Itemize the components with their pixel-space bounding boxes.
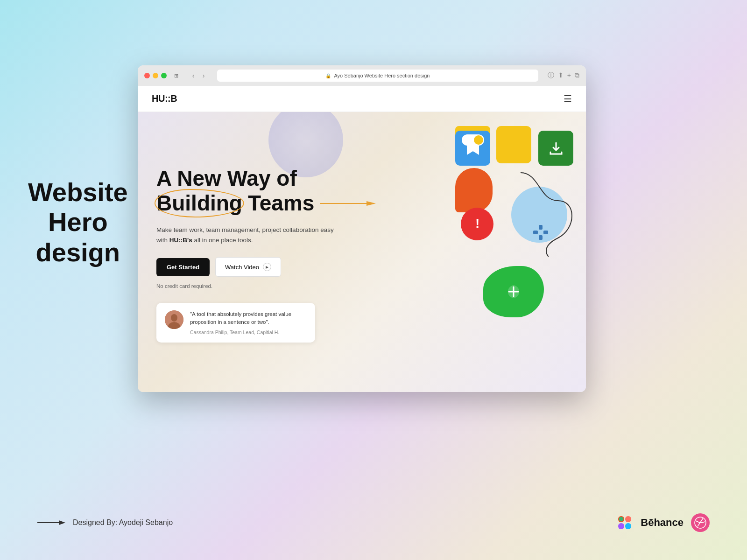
green-blob xyxy=(483,266,544,317)
url-bar[interactable]: 🔒 Ayo Sebanjo Website Hero section desig… xyxy=(217,70,538,82)
footer-arrow xyxy=(37,519,65,526)
dribbble-icon xyxy=(691,513,710,532)
watch-video-button[interactable]: Watch Video ▶ xyxy=(215,257,281,277)
nav-buttons: ‹ › xyxy=(189,71,208,80)
headline-building: Building xyxy=(156,191,242,216)
svg-marker-1 xyxy=(366,201,376,206)
left-label: Website Hero design xyxy=(28,177,128,267)
no-credit-card-text: No credit card required. xyxy=(156,283,381,289)
svg-point-18 xyxy=(619,517,624,522)
url-text: Ayo Sebanjo Website Hero section design xyxy=(334,73,430,78)
hero-desc-end: all in one place tools. xyxy=(192,237,253,244)
figma-icon xyxy=(616,514,633,531)
svg-point-3 xyxy=(171,314,177,322)
headline-line2: Building Teams xyxy=(156,191,381,216)
squiggle-decoration xyxy=(511,163,586,257)
hero-left-content: A New Way of Building Teams Make team wo… xyxy=(156,131,381,378)
testimonial-card: "A tool that absolutely provides great v… xyxy=(156,303,315,343)
site-navbar: HU::B ☰ xyxy=(138,86,586,112)
headline-line1: A New Way of xyxy=(156,166,381,191)
play-icon: ▶ xyxy=(263,263,271,271)
headline-arrow xyxy=(320,199,376,208)
behance-logo: Bēhance xyxy=(641,517,684,529)
left-label-line1: Website xyxy=(28,177,128,207)
testimonial-content: "A tool that absolutely provides great v… xyxy=(190,310,307,335)
svg-text:!: ! xyxy=(475,216,479,231)
testimonial-avatar xyxy=(165,310,183,329)
svg-rect-17 xyxy=(625,523,631,529)
svg-rect-16 xyxy=(618,523,624,529)
orange-shape xyxy=(455,168,493,212)
new-tab-icon[interactable]: + xyxy=(567,71,571,80)
toggle-knob xyxy=(474,135,483,145)
info-icon[interactable]: ⓘ xyxy=(548,71,554,80)
svg-marker-13 xyxy=(59,520,65,525)
share-icon[interactable]: ⬆ xyxy=(558,71,564,80)
site-logo: HU::B xyxy=(152,93,177,104)
footer-area: Designed By: Ayodeji Sebanjo Bēhance xyxy=(0,513,747,532)
lock-icon: 🔒 xyxy=(325,73,331,78)
download-tile xyxy=(538,131,573,166)
browser-chrome: ⊞ ‹ › 🔒 Ayo Sebanjo Website Hero section… xyxy=(138,65,586,86)
browser-window: ⊞ ‹ › 🔒 Ayo Sebanjo Website Hero section… xyxy=(138,65,586,392)
hamburger-menu-icon[interactable]: ☰ xyxy=(564,93,572,105)
hero-headline: A New Way of Building Teams xyxy=(156,166,381,216)
behance-text: Bēhance xyxy=(641,517,684,529)
svg-rect-15 xyxy=(625,516,631,522)
back-icon[interactable]: ‹ xyxy=(189,71,197,80)
yellow-tile xyxy=(496,126,531,163)
traffic-lights xyxy=(144,73,167,78)
headline-teams: Teams xyxy=(248,191,314,216)
toggle-visual xyxy=(462,134,484,146)
left-label-line2: Hero xyxy=(28,207,128,237)
watch-video-label: Watch Video xyxy=(225,264,259,271)
hero-right-icons: ! xyxy=(455,126,577,322)
testimonial-author: Cassandra Philip, Team Lead, Capitial H. xyxy=(190,329,307,335)
close-button[interactable] xyxy=(144,73,150,78)
forward-icon[interactable]: › xyxy=(199,71,208,80)
hero-description: Make team work, team management, project… xyxy=(156,225,334,245)
cta-buttons: Get Started Watch Video ▶ xyxy=(156,257,381,277)
left-label-line3: design xyxy=(28,238,128,267)
testimonial-quote: "A tool that absolutely provides great v… xyxy=(190,310,307,327)
hero-desc-brand: HU::B's xyxy=(169,237,192,244)
maximize-button[interactable] xyxy=(161,73,167,78)
brand-logos: Bēhance xyxy=(616,513,710,532)
alert-tile: ! xyxy=(461,208,493,240)
hero-section: A New Way of Building Teams Make team wo… xyxy=(138,112,586,392)
sidebar-toggle-icon[interactable]: ⊞ xyxy=(171,71,181,80)
designed-by: Designed By: Ayodeji Sebanjo xyxy=(37,518,173,527)
tab-grid-icon[interactable]: ⧉ xyxy=(575,71,579,80)
get-started-button[interactable]: Get Started xyxy=(156,258,210,276)
footer-credit: Designed By: Ayodeji Sebanjo xyxy=(73,518,173,527)
minimize-button[interactable] xyxy=(153,73,158,78)
browser-actions: ⓘ ⬆ + ⧉ xyxy=(548,71,579,80)
